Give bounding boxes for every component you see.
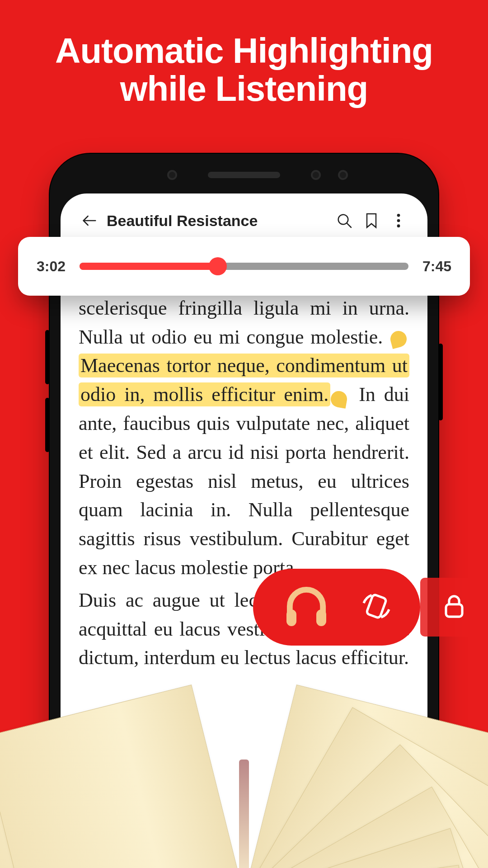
progress-fill [80,263,218,270]
phone-side-button [45,330,50,384]
svg-rect-7 [316,609,326,626]
svg-rect-6 [286,609,296,626]
svg-rect-9 [446,604,462,617]
highlight-end-handle[interactable] [329,390,348,409]
reader-text-post: In dui ante, faucibus quis vulputate nec… [79,383,409,579]
phone-side-button [45,398,50,452]
bookmark-icon [362,212,380,230]
headphones-icon [282,581,331,631]
search-button[interactable] [331,207,358,234]
highlight-start-handle[interactable] [389,329,408,349]
listen-button[interactable] [282,581,331,633]
phone-sensor [338,170,348,180]
arrow-left-icon [80,212,99,230]
elapsed-time: 3:02 [33,258,69,275]
rotate-icon [361,590,392,622]
more-vertical-icon [389,212,408,230]
reader-paragraph: eleifend porttitor, orci est vehicula ve… [79,265,409,582]
svg-point-5 [397,224,400,227]
progress-track[interactable] [80,263,408,270]
listen-pill [253,569,420,646]
svg-point-3 [397,214,400,217]
promo-headline: Automatic Highlighting while Listening [0,32,488,108]
progress-thumb[interactable] [209,257,227,275]
lock-icon [441,593,468,620]
promo-headline-line2: while Listening [0,70,488,108]
svg-line-2 [347,223,351,227]
floating-actions [253,569,488,646]
phone-side-button [438,344,443,420]
book-title: Beautiful Resistance [103,212,331,230]
phone-sensor [167,170,177,180]
overflow-menu-button[interactable] [385,207,412,234]
back-button[interactable] [76,207,103,234]
lock-orientation-button[interactable] [420,578,488,637]
rotate-screen-button[interactable] [361,590,392,624]
phone-speaker [208,172,280,178]
svg-point-4 [397,219,400,222]
promo-headline-line1: Automatic Highlighting [0,32,488,70]
total-time: 7:45 [419,258,455,275]
svg-rect-8 [366,594,386,618]
bookmark-button[interactable] [358,207,385,234]
search-icon [335,212,353,230]
audio-progress-card: 3:02 7:45 [18,237,470,296]
phone-sensor [311,170,321,180]
